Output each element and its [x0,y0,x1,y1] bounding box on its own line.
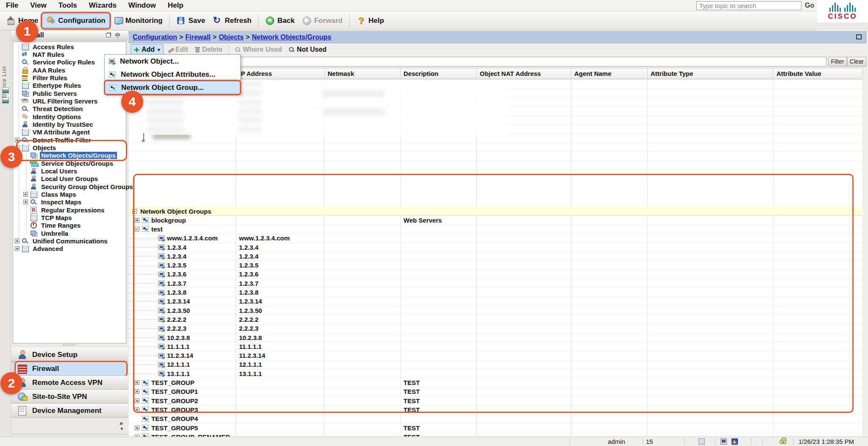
expander-plus-icon[interactable]: + [15,138,19,142]
menu-help[interactable]: Help [162,0,189,11]
nav-firewall[interactable]: Firewall [11,362,128,376]
menu-file[interactable]: File [0,0,24,11]
nav-collapse-icon[interactable]: ▾ [120,426,123,432]
save-button[interactable]: Save [172,14,209,28]
sidebar-item-umbrella[interactable]: Umbrella [23,229,70,237]
table-row-11.2.3.14[interactable]: IP11.2.3.1411.2.3.14 [129,351,863,360]
table-row-test-group1[interactable]: +TEST_GROUP1TEST [129,387,863,396]
menu-item-network-object-attributes-[interactable]: Network Object Attributes... [105,68,240,81]
nav-site-to-site-vpn[interactable]: Site-to-Site VPN [11,390,128,404]
maximize-pane-icon[interactable] [856,34,862,39]
expander-plus-icon[interactable]: + [15,246,19,251]
expander-plus-icon[interactable]: + [135,218,139,223]
sidebar-item-regular-expressions[interactable]: Regular Expressions [23,206,106,214]
device-list-window-icon[interactable] [2,87,9,93]
sidebar-item-nat-rules[interactable]: NAT Rules [15,50,66,58]
expander-plus-icon[interactable]: + [23,200,28,204]
delete-button[interactable]: Delete [192,45,225,55]
table-row-1.2.3.8[interactable]: IP1.2.3.81.2.3.8 [129,288,863,297]
table-row-1.2.3.5[interactable]: IP1.2.3.51.2.3.5 [129,261,863,270]
table-row-11.1.1.1[interactable]: IP11.1.1.111.1.1.1 [129,342,863,351]
float-panel-icon[interactable] [106,33,111,37]
table-row-blockgroup[interactable]: +blockgroupWeb Servers [129,216,863,225]
sidebar-item-objects[interactable]: −Objects [15,144,57,151]
menu-item-network-object-[interactable]: IPNetwork Object... [105,55,240,68]
sidebar-item-local-user-groups[interactable]: Local User Groups [23,175,99,183]
table-row-www.1.2.3.4.com[interactable]: IPwww.1.2.3.4.comwww.1.2.3.4.com [129,234,863,243]
refresh-button[interactable]: Refresh [209,14,255,28]
sidebar-item-inspect-maps[interactable]: +Inspect Maps [23,198,83,206]
sidebar-item-vm-attribute-agent[interactable]: VM Attribute Agent [15,128,91,136]
table-row-12.1.1.1[interactable]: IP12.1.1.112.1.1.1 [129,360,863,369]
sidebar-item-local-users[interactable]: Local Users [23,167,78,175]
table-row-1.2.3.14[interactable]: IP1.2.3.141.2.3.14 [129,297,863,306]
not-used-button[interactable]: Not Used [286,45,329,55]
sidebar-item-tcp-maps[interactable]: TCP Maps [23,214,73,221]
sidebar-item-class-maps[interactable]: +Class Maps [23,190,78,198]
sidebar-item-network-objects-groups[interactable]: Network Objects/Groups [23,152,117,159]
nav-device-management[interactable]: Device Management [11,404,128,418]
table-row-test-group5[interactable]: +TEST_GROUP5TEST [129,424,863,432]
column-header-attribute-type[interactable]: Attribute Type [648,68,773,79]
table-row-13.1.1.1[interactable]: IP13.1.1.113.1.1.1 [129,369,863,378]
menu-item-network-object-group-[interactable]: Network Object Group... [105,81,240,94]
nav-device-setup[interactable]: Device Setup [11,348,128,362]
expander-plus-icon[interactable]: + [135,380,139,385]
sidebar-item-service-policy-rules[interactable]: Service Policy Rules [15,59,96,66]
help-button[interactable]: Help [353,14,388,28]
sidebar-item-url-filtering-servers[interactable]: URL Filtering Servers [15,97,99,105]
go-button[interactable]: Go [805,2,814,9]
back-button[interactable]: Back [262,14,298,28]
menu-tools[interactable]: Tools [53,0,83,11]
sidebar-item-filter-rules[interactable]: Filter Rules [15,74,69,81]
expander-minus-icon[interactable]: − [135,227,139,231]
column-header-ip-address[interactable]: IP Address [236,68,325,79]
sidebar-item-service-objects-groups[interactable]: Service Objects/Groups [23,159,114,167]
where-used-button[interactable]: Where Used [232,45,285,55]
sidebar-item-public-servers[interactable]: Public Servers [15,89,78,97]
filter-button[interactable]: Filter [828,57,847,67]
sidebar-item-aaa-rules[interactable]: AAA Rules [15,66,67,74]
table-row-1.2.3.6[interactable]: IP1.2.3.61.2.3.6 [129,270,863,279]
table-row-1.2.3.50[interactable]: IP1.2.3.501.2.3.50 [129,306,863,315]
expander-plus-icon[interactable]: + [23,192,28,197]
breadcrumb-link-configuration[interactable]: Configuration [133,33,177,41]
sidebar-item-ethertype-rules[interactable]: Ethertype Rules [15,82,82,89]
sidebar-item-security-group-object-groups[interactable]: Security Group Object Groups [23,183,134,190]
table-row-1.2.3.7[interactable]: IP1.2.3.71.2.3.7 [129,279,863,288]
table-row-test-group2[interactable]: +TEST_GROUP2TEST [129,396,863,405]
table-row-test-group[interactable]: +TEST_GROUPTEST [129,378,863,387]
expander-plus-icon[interactable]: + [135,426,139,430]
column-header-attribute-value[interactable]: Attribute Value [773,68,863,79]
clear-button[interactable]: Clear [847,57,866,67]
edit-button[interactable]: Edit [164,45,191,55]
column-header-netmask[interactable]: Netmask [325,68,401,79]
table-row-10.2.3.8[interactable]: IP10.2.3.810.2.3.8 [129,333,863,342]
sidebar-item-access-rules[interactable]: Access Rules [15,43,75,50]
splitter-grip[interactable]: •••••• [11,343,128,348]
column-header-object-nat-address[interactable]: Object NAT Address [477,68,571,79]
sidebar-item-unified-communications[interactable]: +Unified Communications [15,237,109,245]
add-button[interactable]: Add ▾ [131,44,164,55]
configuration-button[interactable]: Configuration [42,14,109,28]
sidebar-item-time-ranges[interactable]: Time Ranges [23,222,82,229]
sidebar-item-identity-options[interactable]: Identity Options [15,113,82,120]
expander-plus-icon[interactable]: + [135,399,139,403]
table-row-2.2.2.2[interactable]: IP2.2.2.22.2.2.2 [129,315,863,324]
expander-plus-icon[interactable]: + [135,389,139,394]
menu-window[interactable]: Window [122,0,162,11]
nav-overflow-icon[interactable]: » [120,419,123,426]
table-row-1.2.3.4[interactable]: IP1.2.3.41.2.3.4 [129,243,863,252]
device-list-window-icon[interactable] [2,98,9,103]
breadcrumb-link-objects[interactable]: Objects [219,33,244,41]
column-header-agent-name[interactable]: Agent Name [571,68,648,79]
breadcrumb-link-network-objects-groups[interactable]: Network Objects/Groups [252,33,331,41]
nav-remote-access-vpn[interactable]: Remote Access VPN [11,376,128,390]
breadcrumb-link-firewall[interactable]: Firewall [185,33,211,41]
table-row-test-group4[interactable]: TEST_GROUP4 [129,415,863,424]
expander-plus-icon[interactable]: + [135,407,139,412]
pin-panel-icon[interactable] [115,33,120,36]
network-object-groups-section-row[interactable]: −Network Object Groups [129,207,863,216]
table-row-test[interactable]: −test [129,225,863,234]
topic-search-input[interactable] [696,1,801,10]
